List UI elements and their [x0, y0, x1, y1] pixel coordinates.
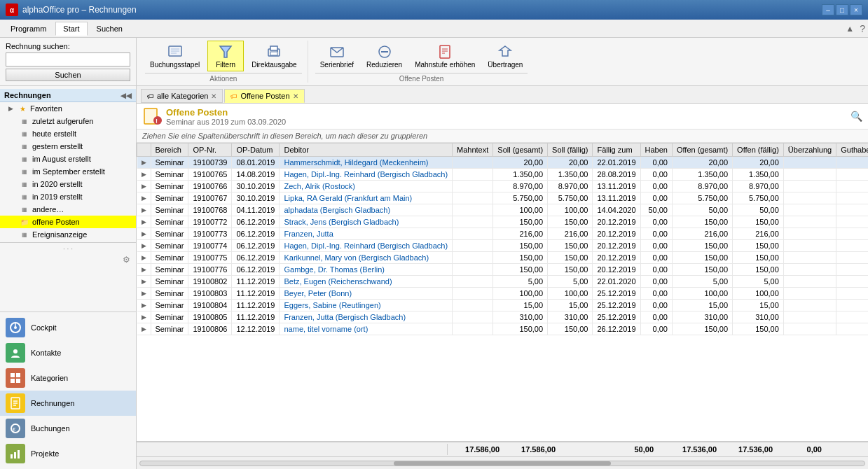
footer-spacer1 — [364, 444, 448, 455]
table-row[interactable]: ▶Seminar1910080211.12.2019Betz, Eugen (R… — [137, 276, 869, 288]
scrollbar-thumb[interactable] — [394, 461, 611, 465]
toolbar-filtern[interactable]: Filtern — [207, 41, 244, 71]
table-row[interactable]: ▶Seminar1910077306.12.2019Franzen, Jutta… — [137, 228, 869, 240]
toolbar-buchungsstapel[interactable]: Buchungsstapel — [145, 41, 205, 71]
th-guthaben[interactable]: Guthaben — [836, 144, 868, 157]
nav-favoriten[interactable]: ▶ ★ Favoriten — [0, 102, 136, 115]
table-row[interactable]: ▶Seminar1910077206.12.2019Strack, Jens (… — [137, 216, 869, 228]
table-row[interactable]: ▶Seminar1910077406.12.2019Hagen, Dipl.-I… — [137, 240, 869, 252]
footer-faellig-spacer — [560, 444, 616, 455]
nav-kontakte[interactable]: Kontakte — [0, 340, 136, 365]
table-row[interactable]: ▶Seminar1910077606.12.2019Gambge, Dr. Th… — [137, 264, 869, 276]
search-button[interactable]: Suchen — [6, 69, 130, 81]
app-logo: α — [6, 4, 18, 16]
th-bereich-label[interactable]: Bereich — [151, 144, 188, 157]
table-row[interactable]: ▶Seminar1910080311.12.2019Beyer, Peter (… — [137, 288, 869, 300]
folder-icon: 📁 — [20, 217, 29, 227]
content-title: Offene Posten — [166, 107, 286, 118]
table-row[interactable]: ▶Seminar1910080511.12.2019Franzen, Jutta… — [137, 312, 869, 323]
tab-alle-kategorien-close[interactable]: ✕ — [211, 92, 216, 100]
app-title: alphaOffice pro – Rechnungen — [22, 5, 137, 15]
nav-zuletzt[interactable]: ▦ zuletzt aufgerufen — [0, 115, 136, 127]
svg-rect-6 — [11, 379, 15, 383]
close-button[interactable]: × — [850, 4, 862, 15]
th-offen-gesamt[interactable]: Offen (gesamt) — [672, 144, 732, 157]
th-haben[interactable]: Haben — [640, 144, 672, 157]
table-row[interactable]: ▶Seminar1910076514.08.2019Hagen, Dipl.-I… — [137, 169, 869, 181]
th-faellig-zum[interactable]: Fällig zum — [593, 144, 640, 157]
th-op-nr[interactable]: OP-Nr. — [188, 144, 232, 157]
nav-offene-posten[interactable]: 📁 offene Posten — [0, 216, 136, 228]
help-icon[interactable]: ? — [860, 23, 865, 34]
th-offen-faellig[interactable]: Offen (fällig) — [733, 144, 784, 157]
menu-suchen[interactable]: Suchen — [89, 22, 130, 36]
footer-ueberzahlung: 0,00 — [777, 444, 826, 455]
nav-buchungen[interactable]: € Buchungen — [0, 416, 136, 441]
nav-heute[interactable]: ▦ heute erstellt — [0, 127, 136, 140]
nav-gestern[interactable]: ▦ gestern erstellt — [0, 140, 136, 153]
tabs-bar: 🏷 alle Kategorien ✕ 🏷 Offene Posten ✕ — [137, 86, 868, 104]
table-row[interactable]: ▶Seminar1910076730.10.2019Lipka, RA Gera… — [137, 192, 869, 204]
toolbar-direktausgabe[interactable]: Direktausgabe — [247, 41, 301, 71]
nav-2019[interactable]: ▦ in 2019 erstellt — [0, 190, 136, 203]
nav-kategorien[interactable]: Kategorien — [0, 365, 136, 391]
toolbar-offene-posten: Serienbrief Reduzieren Mah — [310, 41, 534, 83]
expand-icon: ▶ — [8, 105, 13, 112]
tab-offene-posten-close[interactable]: ✕ — [293, 92, 298, 100]
settings-icon[interactable]: ⚙ — [123, 255, 130, 265]
toolbar-uebertragen[interactable]: Übertragen — [483, 41, 528, 71]
th-op-datum[interactable]: OP-Datum — [232, 144, 280, 157]
nav-september[interactable]: ▦ im September erstellt — [0, 165, 136, 178]
maximize-button[interactable]: □ — [836, 4, 848, 15]
invoices-icon — [6, 393, 25, 413]
categories-icon — [6, 368, 25, 388]
minimize-button[interactable]: – — [822, 4, 834, 15]
toolbar-mahnstufe[interactable]: Mahnstufe erhöhen — [410, 41, 480, 71]
search-label: Rechnung suchen: — [6, 42, 130, 50]
horizontal-scrollbar[interactable] — [139, 461, 865, 466]
svg-rect-14 — [11, 454, 13, 458]
table-row[interactable]: ▶Seminar1910076630.10.2019Zech, Alrik (R… — [137, 181, 869, 192]
nav-august[interactable]: ▦ im August erstellt — [0, 153, 136, 165]
menu-start[interactable]: Start — [55, 22, 87, 36]
nav-2020[interactable]: ▦ in 2020 erstellt — [0, 178, 136, 190]
footer-guthaben — [826, 444, 868, 455]
nav-projekte[interactable]: Projekte — [0, 441, 136, 466]
table-row[interactable]: ▶Seminar1910076804.11.2019alphadata (Ber… — [137, 204, 869, 216]
table-row[interactable]: ▶Seminar1910080612.12.2019name, titel vo… — [137, 323, 869, 335]
content-search-icon[interactable]: 🔍 — [850, 111, 862, 122]
table-row[interactable]: ▶Seminar1910073908.01.2019Hammerschmidt,… — [137, 157, 869, 169]
th-bereich[interactable] — [137, 144, 151, 157]
th-mahntext[interactable]: Mahntext — [453, 144, 493, 157]
th-debitor[interactable]: Debitor — [280, 144, 453, 157]
nav-rechnungen[interactable]: Rechnungen — [0, 391, 136, 416]
svg-rect-24 — [270, 46, 277, 50]
th-soll-gesamt[interactable]: Soll (gesamt) — [493, 144, 548, 157]
menu-programm[interactable]: Programm — [3, 22, 54, 36]
tab-offene-posten[interactable]: 🏷 Offene Posten ✕ — [224, 89, 304, 103]
th-soll-faellig[interactable]: Soll (fällig) — [548, 144, 593, 157]
scrollbar-area[interactable] — [137, 456, 868, 469]
projects-icon — [6, 444, 25, 463]
separator-dots: · · · — [0, 244, 136, 253]
toolbar-reduzieren[interactable]: Reduzieren — [361, 41, 407, 71]
help-up-icon[interactable]: ▲ — [846, 24, 854, 34]
nav-andere[interactable]: ▦ andere… — [0, 203, 136, 216]
group-bar: Ziehen Sie eine Spaltenüberschrift in di… — [137, 130, 868, 143]
nav-collapse-arrows[interactable]: ◀◀ — [120, 92, 132, 99]
footer-soll-gesamt: 17.586,00 — [448, 444, 504, 455]
table-container[interactable]: Bereich OP-Nr. OP-Datum Debitor Mahntext… — [137, 143, 868, 441]
footer-offen-faellig: 17.536,00 — [721, 444, 777, 455]
grid-icon: ▦ — [20, 129, 29, 139]
table-row[interactable]: ▶Seminar1910077506.12.2019Karikunnel, Ma… — [137, 252, 869, 264]
th-ueberzahlung[interactable]: Überzahlung — [783, 144, 836, 157]
window-controls[interactable]: – □ × — [822, 4, 862, 15]
search-input[interactable] — [6, 52, 130, 66]
table-row[interactable]: ▶Seminar1910080411.12.2019Eggers, Sabine… — [137, 300, 869, 312]
toolbar-serienbrief[interactable]: Serienbrief — [315, 41, 359, 71]
title-bar: α alphaOffice pro – Rechnungen – □ × — [0, 0, 868, 20]
nav-cockpit[interactable]: Cockpit — [0, 315, 136, 340]
grid-icon: ▦ — [20, 179, 29, 189]
nav-ereignisanzeige[interactable]: ▦ Ereignisanzeige — [0, 228, 136, 241]
tab-alle-kategorien[interactable]: 🏷 alle Kategorien ✕ — [141, 89, 223, 103]
